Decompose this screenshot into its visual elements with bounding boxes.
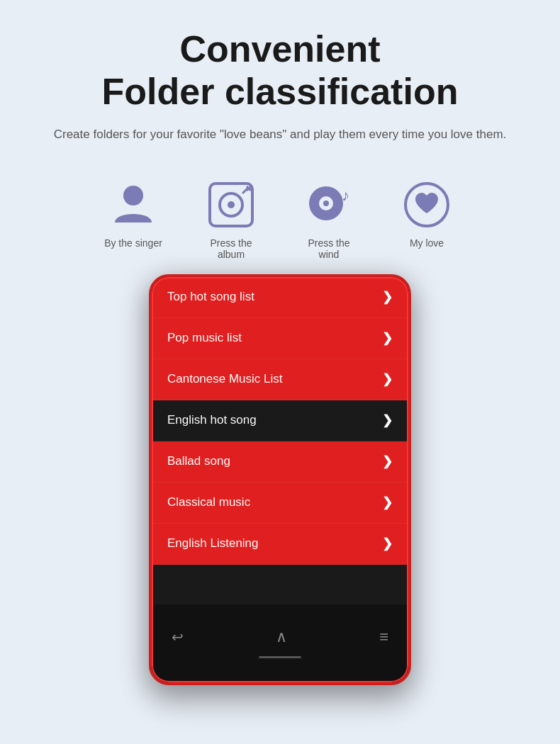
home-indicator: [259, 656, 301, 658]
title-line2: Folder classification: [102, 71, 459, 112]
my-love-label: My love: [410, 237, 444, 249]
menu-item-ballad-label: Ballad song: [167, 454, 230, 468]
phone-mockup-wrapper: Top hot song list ❯ Pop music list ❯ Can…: [0, 274, 560, 685]
menu-item-english-listening[interactable]: English Listening ❯: [152, 524, 408, 565]
menu-item-english-listening-arrow: ❯: [382, 536, 393, 551]
page-title: Convenient Folder classification: [43, 28, 517, 113]
icon-item-press-wind[interactable]: ♪ Press the wind: [297, 179, 361, 260]
menu-item-cantonese[interactable]: Cantonese Music List ❯: [152, 359, 408, 400]
phone-screen: Top hot song list ❯ Pop music list ❯ Can…: [152, 277, 408, 610]
back-icon[interactable]: ↩: [172, 629, 184, 646]
menu-item-cantonese-label: Cantonese Music List: [167, 372, 283, 386]
phone-bottom-bar: ↩ ∧ ≡: [152, 604, 408, 682]
category-icons-row: By the singer Press the album ♪ Pre: [0, 179, 560, 260]
menu-item-top-hot-label: Top hot song list: [167, 290, 254, 304]
menu-item-top-hot[interactable]: Top hot song list ❯: [152, 277, 408, 318]
menu-item-pop-music[interactable]: Pop music list ❯: [152, 318, 408, 359]
menu-item-ballad-arrow: ❯: [382, 453, 393, 469]
menu-item-classical-arrow: ❯: [382, 495, 393, 510]
phone-controls-row: ↩ ∧ ≡: [152, 628, 408, 646]
menu-item-ballad[interactable]: Ballad song ❯: [152, 441, 408, 483]
svg-point-3: [228, 201, 235, 208]
my-love-icon: [401, 179, 452, 230]
menu-item-classical[interactable]: Classical music ❯: [152, 483, 408, 524]
up-arrow-icon[interactable]: ∧: [276, 628, 287, 646]
icon-item-press-album[interactable]: Press the album: [199, 179, 263, 260]
menu-item-english-hot-label: English hot song: [167, 413, 257, 427]
press-wind-icon: ♪: [303, 179, 354, 230]
svg-point-0: [123, 186, 143, 205]
press-album-label: Press the album: [199, 237, 263, 260]
header-subtitle: Create folders for your favorite "love b…: [43, 125, 517, 144]
by-singer-label: By the singer: [104, 237, 162, 249]
press-wind-label: Press the wind: [297, 237, 361, 260]
menu-item-english-listening-label: English Listening: [167, 536, 259, 551]
svg-point-9: [323, 201, 329, 206]
menu-item-pop-music-label: Pop music list: [167, 331, 242, 345]
icon-item-my-love[interactable]: My love: [395, 179, 459, 249]
menu-item-classical-label: Classical music: [167, 495, 250, 509]
by-singer-icon: [108, 179, 159, 230]
phone-device: Top hot song list ❯ Pop music list ❯ Can…: [149, 274, 411, 685]
press-album-icon: [206, 179, 257, 230]
menu-item-cantonese-arrow: ❯: [382, 371, 393, 387]
icon-item-by-singer[interactable]: By the singer: [101, 179, 165, 249]
header-section: Convenient Folder classification Create …: [0, 0, 560, 158]
menu-item-pop-music-arrow: ❯: [382, 330, 393, 346]
menu-icon[interactable]: ≡: [379, 628, 388, 646]
menu-list: Top hot song list ❯ Pop music list ❯ Can…: [152, 277, 408, 565]
title-line1: Convenient: [179, 28, 380, 69]
menu-item-english-hot[interactable]: English hot song ❯: [152, 400, 408, 441]
menu-item-english-hot-arrow: ❯: [382, 412, 393, 428]
menu-item-top-hot-arrow: ❯: [382, 289, 393, 305]
svg-text:♪: ♪: [342, 186, 349, 204]
